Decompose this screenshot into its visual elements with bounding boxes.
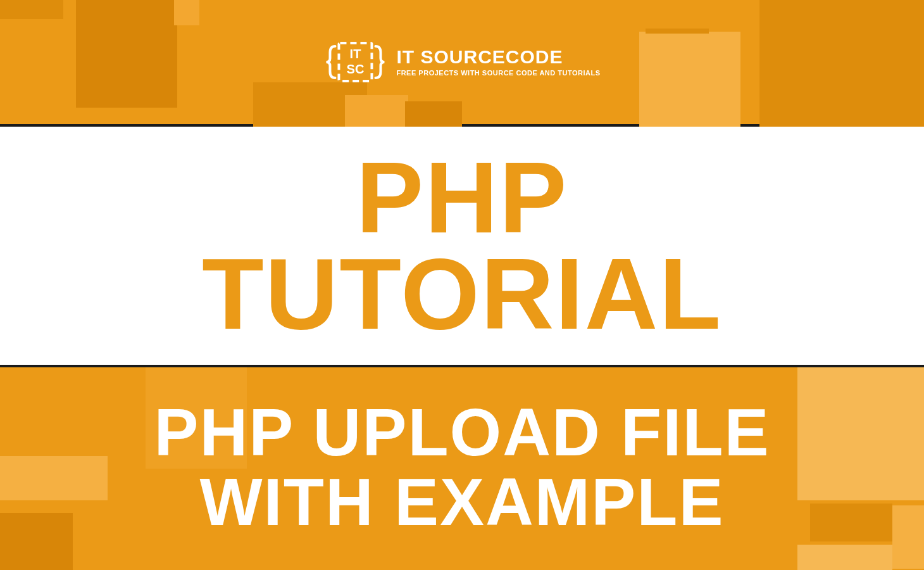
- sub-title: PHP UPLOAD FILE WITH EXAMPLE: [154, 398, 770, 538]
- bg-box: [174, 0, 199, 25]
- bg-box: [646, 28, 709, 34]
- svg-text:SC: SC: [347, 62, 365, 76]
- header-banner: IT SC IT SOURCECODE FREE PROJECTS WITH S…: [0, 0, 924, 127]
- bg-box: [0, 513, 73, 570]
- logo-icon: IT SC: [323, 30, 387, 94]
- bg-box: [0, 0, 63, 19]
- bg-box: [759, 0, 924, 127]
- logo: IT SC IT SOURCECODE FREE PROJECTS WITH S…: [323, 30, 600, 94]
- main-title: PHP TUTORIAL: [202, 149, 722, 342]
- bg-box: [639, 32, 740, 127]
- bg-box: [810, 504, 892, 542]
- logo-title: IT SOURCECODE: [396, 48, 600, 66]
- bg-box: [76, 0, 177, 108]
- bg-box: [892, 505, 924, 569]
- logo-subtitle: FREE PROJECTS WITH SOURCE CODE AND TUTOR…: [396, 69, 600, 77]
- bg-box: [405, 101, 462, 127]
- bg-box: [0, 456, 108, 500]
- svg-text:IT: IT: [350, 47, 361, 61]
- bg-box: [797, 367, 924, 500]
- bg-box: [345, 95, 408, 127]
- logo-text: IT SOURCECODE FREE PROJECTS WITH SOURCE …: [396, 48, 600, 77]
- subtitle-section: PHP UPLOAD FILE WITH EXAMPLE: [0, 367, 924, 567]
- main-title-section: PHP TUTORIAL: [0, 127, 924, 367]
- bg-box: [797, 545, 892, 570]
